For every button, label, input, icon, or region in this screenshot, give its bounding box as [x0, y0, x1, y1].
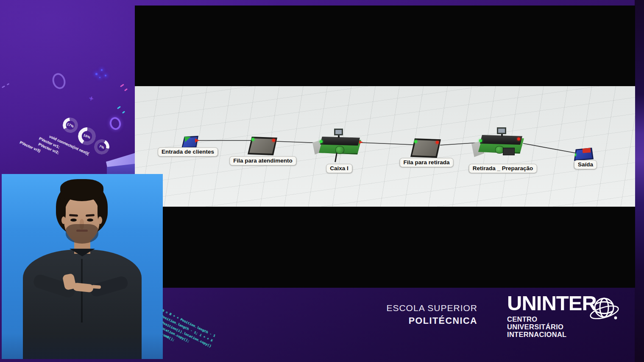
ring-decoration-icon — [109, 116, 123, 131]
queue-output-led — [436, 141, 439, 144]
queue-input-led — [414, 140, 417, 143]
label-saida[interactable]: Saída — [574, 160, 597, 169]
cube-decoration — [106, 149, 136, 176]
processor-monitor — [497, 127, 506, 134]
pink-dash-decoration — [120, 84, 124, 87]
simulation-video-frame — [135, 6, 635, 288]
school-name-line1: ESCOLA SUPERIOR — [386, 303, 477, 313]
uninter-sub-line1: CENTRO — [507, 315, 597, 323]
uninter-sub-line3: INTERNACIONAL — [507, 331, 597, 338]
processor-input-led — [320, 140, 323, 143]
uninter-sub-line2: UNIVERSITÁRIO — [507, 323, 597, 331]
right-edge-gradient — [635, 0, 644, 362]
decorative-code-snippet-teal: R = R + + Position.length - 1 Position.l… — [151, 308, 236, 362]
progress-ring-10-label-wrap: 10% — [78, 127, 96, 145]
school-name-line2: POLITÉCNICA — [386, 316, 477, 326]
queue-output-led — [272, 139, 275, 142]
glow-dots-decoration — [95, 69, 108, 80]
sim-object-sink-saida[interactable] — [573, 148, 594, 161]
queue-input-led — [251, 138, 254, 141]
processor-hose — [335, 153, 337, 162]
sim-object-processor-retirada[interactable] — [470, 126, 529, 160]
sign-language-interpreter-video — [2, 174, 163, 359]
plus-decoration-icon: + — [88, 94, 95, 104]
processor-output-arrow-icon — [359, 140, 363, 144]
uninter-wordmark: UNINTER — [507, 293, 597, 314]
video-lecture-frame: { "simulation": { "objects": [ { "label"… — [0, 0, 644, 362]
processor-box — [503, 148, 515, 155]
label-fila-para-atendimento[interactable]: Fila para atendimento — [229, 156, 296, 166]
purple-dash-decoration — [2, 85, 5, 88]
globe-icon — [587, 294, 621, 328]
label-retirada-preparacao[interactable]: Retirada _ Preparação — [469, 164, 537, 173]
simulation-floor-grid — [135, 86, 635, 207]
sim-object-queue-retirada[interactable] — [410, 138, 441, 158]
sim-object-processor-caixa[interactable] — [312, 127, 365, 163]
progress-ring-17-label-wrap: 17% — [63, 118, 78, 133]
label-entrada-de-clientes[interactable]: Entrada de clientes — [158, 147, 218, 157]
label-caixa-i[interactable]: Caixa I — [326, 164, 352, 173]
processor-monitor — [334, 129, 343, 135]
ring-decoration-icon — [50, 71, 67, 90]
source-output-arrow-icon — [195, 138, 199, 143]
pink-dash-decoration — [124, 88, 128, 91]
processor-input-led — [479, 139, 482, 142]
school-branding: ESCOLA SUPERIOR POLITÉCNICA — [386, 303, 477, 326]
uninter-logo: UNINTER CENTRO UNIVERSITÁRIO INTERNACION… — [507, 293, 597, 338]
cyan-dash-decoration — [117, 106, 121, 109]
progress-ring-17-label: 17% — [61, 115, 81, 135]
cyan-dash-decoration — [122, 111, 125, 113]
purple-dash-decoration — [7, 83, 10, 86]
label-fila-para-retirada[interactable]: Fila para retirada — [400, 158, 454, 167]
sim-object-queue-atendimento[interactable] — [248, 137, 277, 155]
processor-output-led — [517, 138, 520, 140]
